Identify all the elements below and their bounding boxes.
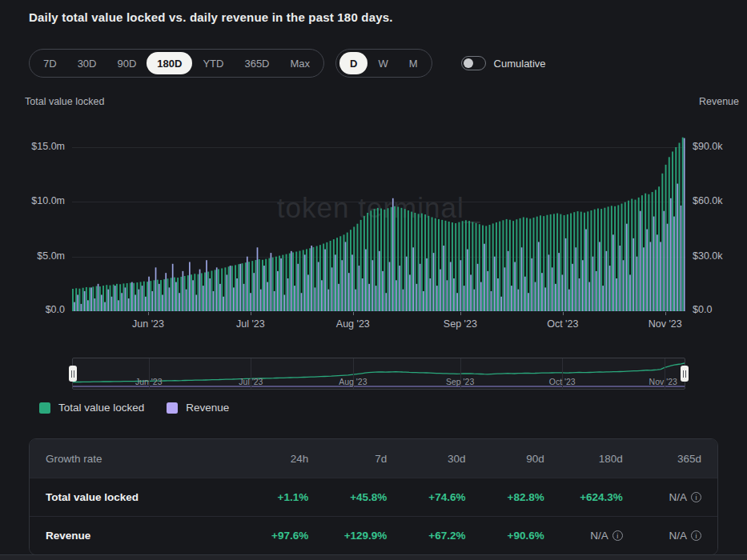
time-range-selector: 7D30D90D180DYTD365DMax [29,49,324,78]
range-button-max[interactable]: Max [280,52,321,74]
main-chart[interactable]: token terminal_ $15.0m$90.0k$10.0m$60.0k… [72,134,685,311]
table-cell: N/Ai [623,491,701,503]
na-value: N/Ai [669,491,702,503]
x-axis-tick-label: Oct '23 [547,318,578,330]
table-cell: +90.6% [466,530,544,542]
x-axis-tick-mark [353,312,354,315]
x-axis-tick-label: Sep '23 [444,318,477,330]
range-button-30d[interactable]: 30D [67,52,107,74]
legend-swatch-icon [39,402,50,414]
range-button-7d[interactable]: 7D [33,52,67,74]
page-title: Daily total value locked vs. daily reven… [29,10,393,24]
y-axis-tick-right: $60.0k [693,195,747,206]
x-axis-tick-mark [665,312,666,315]
info-icon[interactable]: i [691,530,701,541]
info-icon[interactable]: i [612,530,623,541]
frequency-button-m[interactable]: M [399,52,428,74]
table-header-label: Growth rate [46,453,230,465]
table-row: Revenue+97.6%+129.9%+67.2%+90.6%N/AiN/Ai [30,516,717,554]
x-axis-tick-label: Aug '23 [336,318,370,330]
table-cell: N/Ai [623,530,701,542]
growth-rate-table: Growth rate 24h7d30d90d180d365d Total va… [29,438,718,555]
left-axis-title: Total value locked [25,96,104,107]
chart-legend: Total value lockedRevenue [39,402,229,414]
x-axis-tick-label: Jul '23 [236,318,265,330]
table-cell: +129.9% [308,530,387,542]
table-cell: N/Ai [544,530,623,542]
na-value: N/Ai [590,530,623,542]
bottom-divider [0,554,747,560]
x-axis-tick-mark [251,312,251,315]
x-axis-tick-mark [460,312,461,315]
y-axis-tick-right: $90.0k [693,141,747,152]
y-axis-tick-left: $0.0 [9,304,65,315]
range-button-180d[interactable]: 180D [147,52,192,74]
legend-item: Total value locked [39,402,144,414]
cumulative-toggle-group: Cumulative [461,56,546,70]
minimap-month-label: Oct '23 [549,377,576,386]
chart-minimap[interactable]: Jun '23Jul '23Aug '23Sep '23Oct '23Nov '… [72,358,685,390]
table-row-label: Revenue [46,530,230,542]
minimap-left-handle[interactable] [69,366,77,382]
na-value: N/Ai [669,530,702,542]
table-cell: +67.2% [387,530,465,542]
legend-item: Revenue [167,402,229,414]
table-cell: +74.6% [387,491,465,503]
chart-controls: 7D30D90D180DYTD365DMax DWM Cumulative [29,49,546,78]
frequency-button-w[interactable]: W [367,52,398,74]
y-axis-tick-right: $0.0 [693,304,747,315]
y-axis-tick-left: $10.0m [9,195,65,206]
y-axis-tick-left: $5.0m [9,250,65,262]
table-cell: +97.6% [230,530,308,542]
minimap-plot [73,358,685,389]
table-row: Total value locked+1.1%+45.8%+74.6%+82.8… [30,478,717,516]
table-column-header-7d: 7d [308,453,387,465]
cumulative-label: Cumulative [494,58,546,70]
x-axis-tick-label: Nov '23 [649,318,682,330]
cumulative-toggle[interactable] [461,56,486,70]
table-cell: +624.3% [544,491,623,503]
bars-plot[interactable] [72,134,685,311]
minimap-month-label: Nov '23 [649,377,677,386]
y-axis-tick-left: $15.0m [9,141,65,152]
toggle-knob-icon [464,58,473,68]
x-axis-tick-mark [148,312,149,315]
table-column-header-24h: 24h [230,453,308,465]
table-cell: +1.1% [230,491,308,503]
y-axis-tick-right: $30.0k [693,250,747,262]
minimap-month-label: Jun '23 [135,377,163,386]
right-axis-title: Revenue [699,96,739,107]
minimap-month-label: Jul '23 [239,377,263,386]
info-icon[interactable]: i [691,492,701,502]
frequency-button-d[interactable]: D [339,52,367,74]
table-column-header-30d: 30d [387,453,465,465]
range-button-365d[interactable]: 365D [234,52,279,74]
table-column-header-365d: 365d [623,453,701,465]
table-row-label: Total value locked [46,491,230,503]
table-cell: +82.8% [466,491,544,503]
legend-label: Revenue [186,402,229,414]
minimap-month-label: Sep '23 [446,377,474,386]
table-header-row: Growth rate 24h7d30d90d180d365d [30,439,717,478]
table-cell: +45.8% [308,491,387,503]
axis-titles: Total value locked Revenue [25,96,739,107]
legend-swatch-icon [167,402,178,414]
table-column-header-180d: 180d [544,453,623,465]
dashboard-page: Daily total value locked vs. daily reven… [0,0,747,560]
legend-label: Total value locked [58,402,144,414]
x-axis-tick-label: Jun '23 [132,318,164,330]
range-button-90d[interactable]: 90D [106,52,147,74]
x-axis-tick-mark [563,312,564,315]
minimap-right-handle[interactable] [681,366,689,382]
minimap-month-label: Aug '23 [339,377,367,386]
range-button-ytd[interactable]: YTD [192,52,234,74]
table-column-header-90d: 90d [466,453,544,465]
frequency-selector: DWM [335,49,432,78]
